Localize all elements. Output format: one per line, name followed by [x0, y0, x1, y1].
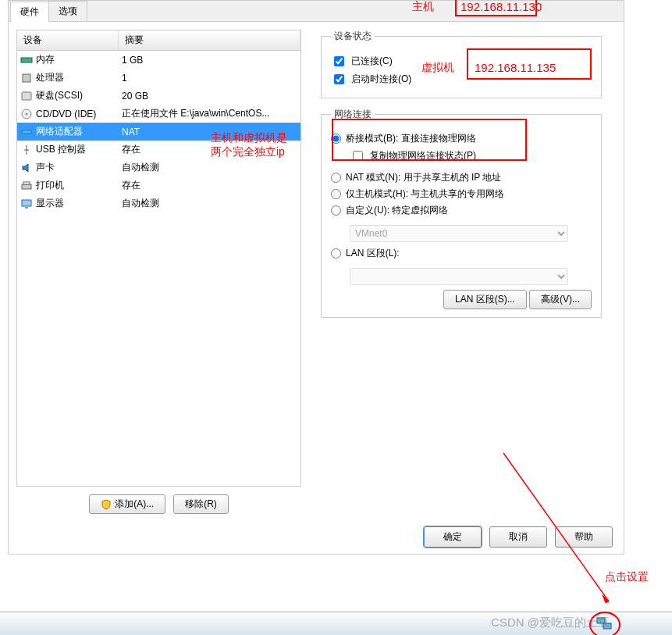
list-header: 设备 摘要: [17, 30, 300, 51]
list-body: 内存 1 GB 处理器 1 硬盘(SCSI) 20 GB CD/DVD (IDE…: [17, 51, 300, 486]
device-row-sound[interactable]: 声卡 自动检测: [17, 159, 300, 177]
bridge-label: 桥接模式(B): 直接连接物理网络: [346, 132, 476, 145]
usb-icon: [20, 144, 33, 156]
cd-icon: [20, 108, 33, 120]
shield-icon: [101, 499, 112, 510]
content-area: 设备 摘要 内存 1 GB 处理器 1 硬盘(SCSI) 20 GB: [9, 22, 624, 522]
connect-on-power-checkbox[interactable]: [334, 74, 344, 84]
device-row-memory[interactable]: 内存 1 GB: [17, 51, 300, 69]
device-summary: 正在使用文件 E:\java\win\CentOS...: [119, 106, 300, 121]
svg-rect-2: [22, 92, 31, 100]
left-panel: 设备 摘要 内存 1 GB 处理器 1 硬盘(SCSI) 20 GB: [9, 22, 309, 522]
svg-rect-9: [25, 207, 28, 209]
display-icon: [20, 198, 33, 210]
vmnet-select[interactable]: VMnet0: [350, 225, 568, 242]
hostonly-radio[interactable]: [331, 189, 341, 199]
device-name: 显示器: [36, 197, 64, 210]
svg-rect-0: [21, 58, 32, 62]
add-button-label: 添加(A)...: [115, 498, 154, 511]
nat-label: NAT 模式(N): 用于共享主机的 IP 地址: [346, 171, 501, 184]
col-summary[interactable]: 摘要: [119, 30, 300, 50]
network-connection-group: 网络连接 桥接模式(B): 直接连接物理网络 复制物理网络连接状态(P) NAT…: [321, 108, 602, 318]
device-name: 网络适配器: [36, 125, 83, 138]
device-name: CD/DVD (IDE): [36, 109, 96, 120]
device-row-cddvd[interactable]: CD/DVD (IDE) 正在使用文件 E:\java\win\CentOS..…: [17, 105, 300, 123]
custom-label: 自定义(U): 特定虚拟网络: [346, 204, 448, 217]
tab-options[interactable]: 选项: [48, 1, 87, 21]
vm-settings-dialog: 硬件 选项 设备 摘要 内存 1 GB 处理器 1: [8, 0, 624, 555]
dialog-footer: 确定 取消 帮助: [424, 526, 613, 548]
device-summary: 存在: [119, 142, 300, 157]
bridge-radio[interactable]: [331, 134, 341, 144]
cancel-button[interactable]: 取消: [489, 526, 547, 548]
watermark: CSDN @爱吃豆的土豆: [491, 615, 610, 630]
device-row-cpu[interactable]: 处理器 1: [17, 69, 300, 87]
connect-on-power-label: 启动时连接(O): [351, 73, 411, 86]
svg-marker-11: [603, 595, 609, 603]
device-summary: 自动检测: [119, 196, 300, 211]
device-summary: 20 GB: [119, 90, 300, 102]
memory-icon: [20, 54, 33, 66]
device-status-group: 设备状态 已连接(C) 启动时连接(O): [321, 30, 602, 98]
device-name: USB 控制器: [36, 143, 86, 156]
annot-click: 点击设置: [605, 570, 649, 584]
device-summary: 1: [119, 72, 300, 84]
col-device[interactable]: 设备: [17, 30, 119, 50]
device-row-disk[interactable]: 硬盘(SCSI) 20 GB: [17, 87, 300, 105]
tab-bar: 硬件 选项: [9, 1, 624, 22]
device-name: 声卡: [36, 161, 55, 174]
lan-segments-button[interactable]: LAN 区段(S)...: [443, 290, 527, 309]
cpu-icon: [20, 72, 33, 84]
device-row-network[interactable]: 网络适配器 NAT: [17, 123, 300, 141]
svg-rect-6: [22, 184, 31, 189]
device-row-display[interactable]: 显示器 自动检测: [17, 194, 300, 212]
hostonly-label: 仅主机模式(H): 与主机共享的专用网络: [346, 187, 504, 201]
network-icon: [20, 126, 33, 138]
device-row-usb[interactable]: USB 控制器 存在: [17, 141, 300, 159]
connected-label: 已连接(C): [351, 55, 393, 68]
disk-icon: [20, 90, 33, 102]
device-name: 处理器: [36, 71, 64, 84]
device-buttons: 添加(A)... 移除(R): [16, 494, 301, 514]
svg-point-4: [26, 112, 28, 115]
svg-rect-5: [22, 130, 31, 134]
device-status-legend: 设备状态: [331, 30, 375, 43]
svg-rect-8: [22, 200, 31, 206]
device-summary: NAT: [119, 126, 300, 138]
replicate-label: 复制物理网络连接状态(P): [370, 149, 476, 162]
remove-button[interactable]: 移除(R): [173, 494, 229, 514]
net-button-group: LAN 区段(S)... 高级(V)...: [331, 290, 592, 309]
lan-label: LAN 区段(L):: [346, 247, 400, 260]
connected-checkbox[interactable]: [334, 56, 344, 66]
advanced-button[interactable]: 高级(V)...: [529, 290, 592, 309]
nat-radio[interactable]: [331, 173, 341, 183]
lan-radio[interactable]: [331, 248, 341, 259]
device-summary: 存在: [119, 178, 300, 193]
device-name: 打印机: [36, 179, 64, 192]
replicate-checkbox[interactable]: [353, 151, 363, 161]
printer-icon: [20, 180, 33, 192]
network-legend: 网络连接: [331, 108, 375, 121]
help-button[interactable]: 帮助: [555, 526, 613, 548]
sound-icon: [20, 162, 33, 174]
right-panel: 设备状态 已连接(C) 启动时连接(O) 网络连接 桥接模式(B): 直接连接物…: [309, 22, 613, 522]
device-name: 硬盘(SCSI): [36, 89, 83, 102]
svg-rect-1: [23, 74, 30, 82]
lan-select[interactable]: [350, 268, 568, 285]
device-row-printer[interactable]: 打印机 存在: [17, 177, 300, 194]
device-name: 内存: [36, 53, 55, 66]
device-list: 设备 摘要 内存 1 GB 处理器 1 硬盘(SCSI) 20 GB: [16, 30, 301, 487]
tab-hardware[interactable]: 硬件: [10, 2, 49, 22]
ok-button[interactable]: 确定: [424, 526, 482, 548]
device-summary: 1 GB: [119, 54, 300, 66]
svg-rect-7: [23, 182, 30, 184]
custom-radio[interactable]: [331, 205, 341, 216]
device-summary: 自动检测: [119, 160, 300, 175]
add-button[interactable]: 添加(A)...: [89, 494, 165, 514]
